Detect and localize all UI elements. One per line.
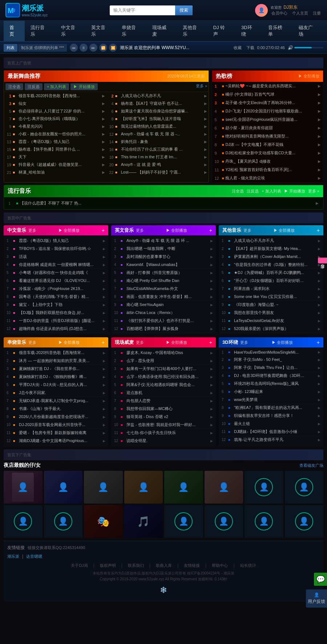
cat-play-8[interactable]: ▶ bbox=[103, 407, 105, 411]
cat-play-12[interactable]: ▶ bbox=[210, 327, 213, 331]
new-dance-song-3[interactable]: 3 ■ 仙女 ▶ bbox=[4, 100, 106, 107]
song-play-11[interactable]: ▶ bbox=[102, 132, 105, 136]
friend-card-13[interactable]: 👤 bbox=[164, 505, 203, 538]
other-songs-list-song-12[interactable]: 12 ■ 520我最亲爱的（深圳男声版） ▶ bbox=[221, 325, 321, 333]
scratch-songs-list-song-10[interactable]: 10 ■ DJ-2020原音车载全网最火抖音快手... ▶ bbox=[6, 421, 106, 429]
popular-play-1[interactable]: ▶ bbox=[316, 201, 319, 205]
footer-add-song[interactable]: 歌曲入库 bbox=[156, 563, 172, 568]
cat-play-6[interactable]: ▶ bbox=[318, 279, 320, 283]
song-play-21[interactable]: ▶ bbox=[102, 170, 105, 174]
new-dance-song-11[interactable]: 11 ■ 小权 - 她会在朋友圈发一些你的照片... ▶ bbox=[4, 130, 106, 138]
cat-play-10[interactable]: ▶ bbox=[318, 311, 320, 315]
new-dance-song-1[interactable]: 1 ■ 领音车载-2020抖音热歌【西海情... ▶ bbox=[4, 92, 106, 100]
cat-play-10[interactable]: ▶ bbox=[103, 423, 105, 427]
scratch-songs-list-song-7[interactable]: 7 ■ 无锡DJ承道-我家私人订制全中文prog... ▶ bbox=[6, 397, 106, 405]
song-play-14[interactable]: ▶ bbox=[204, 140, 207, 144]
song-play-17[interactable]: ▶ bbox=[102, 155, 105, 159]
select-all-btn[interactable]: 注全选 bbox=[5, 83, 23, 90]
new-dance-song-14[interactable]: 14 ■ 斜角托目 - 象鱼 ▶ bbox=[106, 138, 209, 146]
english-songs-list-song-5[interactable]: 5 ■ 画好 - 打拳脚（抖音完整原版） ▶ bbox=[113, 269, 214, 277]
personal-page-link[interactable]: 个人主页 bbox=[292, 11, 308, 15]
english-songs-list-song-12[interactable]: 12 ■ 百酷嗯吧【弹弹弹】展乡孤身 ▶ bbox=[113, 325, 214, 333]
scratch-songs-list-song-11[interactable]: 11 ■ 爱嗯 - 【包房专用】新款新版辗转南离 ▶ bbox=[6, 429, 106, 437]
friend-card-16[interactable]: 👤 bbox=[285, 505, 324, 538]
hot-song-1[interactable]: 1 ■ ~吴鹤轮❤️ ~～越是爱失去的东西嗯实... ▶ bbox=[212, 82, 323, 90]
cat-play-7[interactable]: ▶ bbox=[103, 287, 105, 291]
hot-play-9[interactable]: ▶ bbox=[318, 151, 321, 155]
cat-play-4[interactable]: ▶ bbox=[318, 263, 320, 267]
scratch-songs-list-song-12[interactable]: 12 ■ 湖南DJ调建- 全中文国粤语ProgHous... ▶ bbox=[6, 437, 106, 445]
live-songs-list-song-11[interactable]: 11 ■ 七七劲-你小孩子先生日快乐 ▶ bbox=[113, 429, 214, 437]
friend-card-4[interactable]: 👤 bbox=[124, 471, 163, 504]
scratch-songs-list-song-5[interactable]: 5 ■ 平潭DJ大街 - DJ大街 - 想见你的人再... ▶ bbox=[6, 381, 106, 389]
popular-reverse[interactable]: 注反选 bbox=[247, 188, 259, 194]
cat-play-9[interactable]: ▶ bbox=[103, 415, 105, 419]
3d-songs-list-song-3[interactable]: 3 ■ 阿寒 子仪;【Walk Thru Fire】让自... ▶ bbox=[221, 364, 321, 372]
cat-play-12[interactable]: ▶ bbox=[103, 327, 105, 331]
popular-song-1[interactable]: 1 ■ 【说什么恋爱】不聊了 不聊了 热... ▶ bbox=[7, 199, 320, 207]
chinese-songs-list-song-3[interactable]: 3 ■ 活该 ▶ bbox=[6, 253, 106, 261]
cat-play-5[interactable]: ▶ bbox=[210, 383, 213, 387]
register-link[interactable]: 注册 bbox=[313, 11, 321, 15]
scratch-play-all[interactable]: ▶ 全部播放 bbox=[58, 340, 80, 345]
nav-item-chart[interactable]: 音乐榜单 bbox=[262, 21, 293, 41]
cat-play-2[interactable]: ▶ bbox=[210, 247, 213, 251]
chinese-songs-list-song-7[interactable]: 7 ■ 冷孤寂 - dj南少（ProgHouse 2K19... ▶ bbox=[6, 285, 106, 293]
hot-play-12[interactable]: ▶ bbox=[318, 176, 321, 180]
chinese-songs-list-song-9[interactable]: 9 ■ 黛宝 - 【上劲中文】下劲 ▶ bbox=[6, 301, 106, 309]
song-play-19[interactable]: ▶ bbox=[102, 163, 105, 167]
footer-link-1[interactable]: 潮乐派 bbox=[7, 554, 19, 559]
chinese-play-all[interactable]: ▶ 全部播放 bbox=[58, 228, 80, 233]
friend-card-3[interactable]: 👤 bbox=[84, 471, 123, 504]
friend-card-6[interactable]: 👤 bbox=[205, 471, 243, 504]
hot-play-10[interactable]: ▶ bbox=[318, 159, 321, 163]
live-songs-list-song-7[interactable]: 7 ■ 向包朋人恋赞 ▶ bbox=[113, 397, 214, 405]
new-dance-song-13[interactable]: 13 ■ 霞霞 -（粤语DJ版）情人知己 ▶ bbox=[4, 138, 106, 146]
live-songs-list-song-6[interactable]: 6 ■ 迎点敌机 ▶ bbox=[113, 389, 214, 397]
other-songs-list-song-9[interactable]: 9 ■ 《印度歌曲》海暨山盟.→ ▶ bbox=[221, 301, 321, 309]
nav-item-ringtone[interactable]: DJ 铃声 bbox=[207, 21, 235, 41]
english-songs-list-song-1[interactable]: 1 ■ Anoy® - 劲爆 dj 车 载 无 限 器 环 ... ▶ bbox=[113, 237, 214, 245]
cat-play-6[interactable]: ▶ bbox=[210, 391, 213, 395]
new-dance-song-8[interactable]: 8 ■ 【好听度飞米】当我融入这片音嗡 ▶ bbox=[106, 115, 209, 123]
chinese-songs-list-song-11[interactable]: 11 ■ 一首DJ-你的营盖（抖音DJ班鼓版）[颜堤... ▶ bbox=[6, 317, 106, 325]
cat-play-5[interactable]: ▶ bbox=[103, 271, 105, 275]
song-play-22[interactable]: ▶ bbox=[204, 170, 207, 174]
footer-contact[interactable]: 联系我们 bbox=[128, 563, 144, 568]
footer-copyright-nav[interactable]: 版权声明 bbox=[100, 563, 116, 568]
popular-add-list[interactable]: + 加入列表 bbox=[262, 188, 281, 194]
english-songs-list-song-10[interactable]: 10 ■ ätšir-Chica Loca（Remix） ▶ bbox=[113, 309, 214, 317]
cat-play-10[interactable]: ▶ bbox=[318, 422, 320, 426]
cat-play-1[interactable]: ▶ bbox=[210, 351, 213, 355]
cat-play-12[interactable]: ▶ bbox=[318, 327, 320, 331]
chinese-songs-list-song-12[interactable]: 12 ■ 超嗨炸曲 你还是从前的你吗 (DJ想念... ▶ bbox=[6, 325, 106, 333]
song-play-15[interactable]: ▶ bbox=[102, 147, 105, 151]
3d-songs-list-song-2[interactable]: 2 ■ 阿寒 子仪;SoMo - 50 Feet_ ▶ bbox=[221, 356, 321, 364]
friend-card-11[interactable]: 🎭 bbox=[84, 505, 123, 538]
cat-play-4[interactable]: ▶ bbox=[210, 263, 213, 267]
friend-card-8[interactable]: 👤 bbox=[285, 471, 324, 504]
chinese-songs-list-song-2[interactable]: 2 ■ TFBOYS - 追出发 - 我保密欢欣吓你哟.☆ ▶ bbox=[6, 245, 106, 253]
feedback-widget[interactable]: 👤 用户反馈 bbox=[306, 589, 327, 608]
hot-song-9[interactable]: 9 ■ DJ松松松家全新中文动感车载CD大量... ▶ bbox=[212, 149, 323, 157]
cat-play-8[interactable]: ▶ bbox=[318, 295, 320, 299]
song-play-2[interactable]: ▶ bbox=[204, 94, 207, 98]
hot-play-5[interactable]: ▶ bbox=[318, 118, 321, 122]
other-songs-list-song-11[interactable]: 11 ■ LaTeyaDecisiolGetaLife好友 ▶ bbox=[221, 317, 321, 325]
cat-play-3[interactable]: ▶ bbox=[318, 366, 320, 370]
3d-play-all[interactable]: ▶ 全部播放 bbox=[272, 340, 293, 345]
english-songs-list-song-6[interactable]: 6 ■ 南心嗯 Pretty Girl Shuffle Dan ▶ bbox=[113, 277, 214, 285]
3d-songs-list-song-11[interactable]: 11 ■ DJ嗯妹-【4D环绕】低音激劲小小锤 ▶ bbox=[221, 428, 321, 436]
live-songs-list-song-2[interactable]: 2 ■ 么字 - 霞头使用 ▶ bbox=[113, 357, 214, 365]
player-tab-playlist[interactable]: 制乐派 你绑绑的列单 *** bbox=[18, 44, 67, 52]
3d-songs-list-song-8[interactable]: 8 ■ "欧洲EA7」我有我要赶去的远方风再... ▶ bbox=[221, 404, 321, 412]
more-link[interactable]: 更多 » bbox=[196, 83, 207, 90]
cat-play-11[interactable]: ▶ bbox=[210, 431, 213, 435]
new-dance-song-7[interactable]: 7 ■ 念小七-离开我你快乐吗（哦哦版） ▶ bbox=[4, 115, 106, 123]
friend-card-5[interactable]: 👤 bbox=[164, 471, 203, 504]
cat-play-12[interactable]: ▶ bbox=[103, 439, 105, 443]
english-add-icon[interactable]: + bbox=[209, 227, 212, 233]
cat-play-7[interactable]: ▶ bbox=[210, 399, 213, 403]
3d-more[interactable]: 更多 bbox=[240, 340, 248, 345]
cat-play-9[interactable]: ▶ bbox=[103, 303, 105, 307]
